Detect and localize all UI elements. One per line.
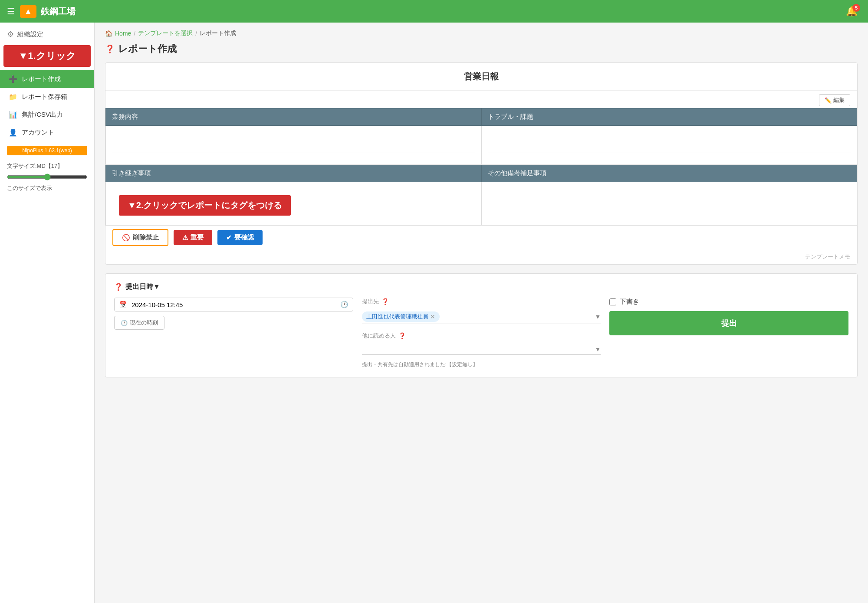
recipient-section: 提出先 ❓ 上田進也代表管理職社員 ✕ ▼ 他に読める人 ❓: [362, 298, 601, 368]
other-readers-label: 他に読める人: [362, 332, 396, 340]
sidebar: ⚙ 組織設定 ▼1.クリック ➕ レポート作成 📁 レポート保存箱 📊 集計/C…: [0, 23, 95, 603]
table-header-other: その他備考補足事項: [481, 165, 857, 182]
sidebar-item-label-account: アカウント: [22, 128, 54, 137]
sidebar-org-settings[interactable]: ⚙ 組織設定: [0, 23, 94, 43]
tag-delete-ban-button[interactable]: 🚫 削除禁止: [112, 229, 168, 246]
recipient-input-row[interactable]: 上田進也代表管理職社員 ✕ ▼: [362, 310, 601, 324]
table-cell-other[interactable]: [481, 182, 857, 226]
org-settings-label: 組織設定: [17, 30, 43, 39]
report-card: 営業日報 ✏️ 編集 業務内容 トラブル・課題 引き継ぎ事項 その: [105, 62, 858, 265]
font-size-label: 文字サイズ:MD【17】: [7, 162, 87, 170]
report-title: 営業日報: [105, 63, 857, 91]
table-cell-hikitsugi[interactable]: ▼2.クリックでレポートにタグをつける: [106, 182, 482, 226]
breadcrumb-sep2: /: [195, 30, 197, 37]
table-row-2: [106, 126, 857, 165]
aggregate-icon: 📊: [9, 111, 17, 119]
tag-buttons-row: 🚫 削除禁止 ⚠ 重要 ✔ 要確認: [105, 226, 857, 251]
breadcrumb-current: レポート作成: [200, 29, 236, 37]
date-value: 2024-10-05 12:45: [132, 301, 183, 308]
tag-check-button[interactable]: ✔ 要確認: [217, 230, 263, 245]
submission-help-icon: ❓: [114, 283, 123, 291]
other-readers-input[interactable]: ▼: [362, 344, 601, 355]
table-cell-gyomu[interactable]: [106, 126, 482, 165]
account-icon: 👤: [9, 128, 17, 137]
click-banner[interactable]: ▼1.クリック: [3, 45, 91, 67]
table-row-4: ▼2.クリックでレポートにタグをつける: [106, 182, 857, 226]
breadcrumb-template[interactable]: テンプレートを選択: [138, 29, 193, 37]
sidebar-item-report-create[interactable]: ➕ レポート作成: [0, 70, 94, 88]
sidebar-item-label-report-box: レポート保存箱: [22, 93, 67, 101]
calendar-icon: 📅: [119, 301, 127, 308]
edit-btn-row: ✏️ 編集: [105, 91, 857, 108]
draft-label: 下書き: [620, 298, 639, 306]
page-title-row: ❓ レポート作成: [105, 43, 858, 56]
draft-submit-section: 下書き 提出: [609, 298, 848, 368]
pencil-icon: ✏️: [825, 97, 832, 104]
main-layout: ⚙ 組織設定 ▼1.クリック ➕ レポート作成 📁 レポート保存箱 📊 集計/C…: [0, 23, 868, 603]
sidebar-item-report-box[interactable]: 📁 レポート保存箱: [0, 88, 94, 106]
home-icon: 🏠: [105, 30, 112, 37]
company-name: 鉄鋼工場: [41, 6, 76, 17]
recipient-chip: 上田進也代表管理職社員 ✕: [362, 311, 440, 322]
sidebar-item-aggregate[interactable]: 📊 集計/CSV出力: [0, 106, 94, 124]
breadcrumb: 🏠 Home / テンプレートを選択 / レポート作成: [105, 29, 858, 37]
table-cell-trouble[interactable]: [481, 126, 857, 165]
submit-button[interactable]: 提出: [609, 311, 848, 335]
draft-checkbox[interactable]: 下書き: [609, 298, 848, 306]
tag-important-button[interactable]: ⚠ 重要: [174, 230, 212, 245]
submission-title: 提出日時▼: [125, 282, 160, 292]
hamburger-icon[interactable]: ☰: [7, 6, 15, 16]
table-row-3: 引き継ぎ事項 その他備考補足事項: [106, 165, 857, 182]
notification-button[interactable]: 🔔 5: [846, 6, 858, 17]
date-section: 📅 2024-10-05 12:45 🕐 🕐 現在の時刻: [114, 298, 353, 368]
sidebar-item-label-report-create: レポート作成: [22, 75, 61, 83]
table-header-gyomu: 業務内容: [106, 108, 482, 126]
clock-icon: 🕐: [340, 301, 349, 308]
font-size-slider[interactable]: [7, 174, 87, 180]
breadcrumb-home[interactable]: Home: [115, 30, 131, 37]
important-label: 重要: [191, 233, 204, 242]
page-title: レポート作成: [118, 43, 177, 56]
table-header-trouble: トラブル・課題: [481, 108, 857, 126]
important-icon: ⚠: [182, 234, 188, 242]
main-content: 🏠 Home / テンプレートを選択 / レポート作成 ❓ レポート作成 営業日…: [95, 23, 868, 603]
edit-button[interactable]: ✏️ 編集: [819, 94, 850, 106]
gear-icon: ⚙: [7, 29, 14, 39]
now-time-button[interactable]: 🕐 現在の時刻: [114, 316, 164, 330]
draft-checkbox-input[interactable]: [609, 298, 616, 305]
top-header: ☰ ▲ 鉄鋼工場 🔔 5: [0, 0, 868, 23]
now-btn-label: 現在の時刻: [130, 319, 158, 327]
report-box-icon: 📁: [9, 93, 17, 101]
edit-label: 編集: [833, 96, 845, 104]
table-header-hikitsugi: 引き継ぎ事項: [106, 165, 482, 182]
sidebar-item-label-aggregate: 集計/CSV出力: [22, 111, 63, 119]
version-badge: NipoPlus 1.63.1(web): [7, 146, 87, 155]
dropdown-arrow-icon: ▼: [595, 313, 601, 320]
submission-body: 📅 2024-10-05 12:45 🕐 🕐 現在の時刻 提出先 ❓: [114, 298, 848, 368]
chip-close-icon[interactable]: ✕: [430, 313, 435, 320]
check-label: 要確認: [234, 233, 254, 242]
report-table: 業務内容 トラブル・課題 引き継ぎ事項 その他備考補足事項 ▼2.クリックでレポ…: [105, 108, 857, 226]
submission-card: ❓ 提出日時▼ 📅 2024-10-05 12:45 🕐 🕐 現在の時刻: [105, 273, 858, 377]
font-display-button[interactable]: このサイズで表示: [7, 184, 52, 192]
font-size-section: 文字サイズ:MD【17】 このサイズで表示: [0, 158, 94, 197]
logo-triangle-icon: ▲: [24, 7, 32, 16]
report-create-icon: ➕: [9, 75, 17, 83]
breadcrumb-sep1: /: [134, 30, 135, 37]
check-icon: ✔: [226, 234, 232, 242]
date-input-row[interactable]: 📅 2024-10-05 12:45 🕐: [114, 298, 353, 311]
recipient-label: 提出先: [362, 298, 379, 305]
tag-banner[interactable]: ▼2.クリックでレポートにタグをつける: [119, 195, 291, 216]
recipient-name: 上田進也代表管理職社員: [366, 313, 428, 321]
table-row-1: 業務内容 トラブル・課題: [106, 108, 857, 126]
notification-badge: 5: [852, 4, 860, 12]
other-readers-help-icon[interactable]: ❓: [398, 332, 406, 339]
page-title-icon: ❓: [105, 44, 115, 54]
delete-ban-label: 削除禁止: [133, 233, 159, 242]
auto-note: 提出・共有先は自動適用されました:【設定無し】: [362, 361, 601, 368]
template-memo: テンプレートメモ: [105, 251, 857, 264]
sidebar-item-account[interactable]: 👤 アカウント: [0, 124, 94, 141]
logo-badge: ▲: [20, 5, 36, 18]
clock-small-icon: 🕐: [121, 320, 128, 326]
recipient-help-icon[interactable]: ❓: [381, 298, 389, 305]
